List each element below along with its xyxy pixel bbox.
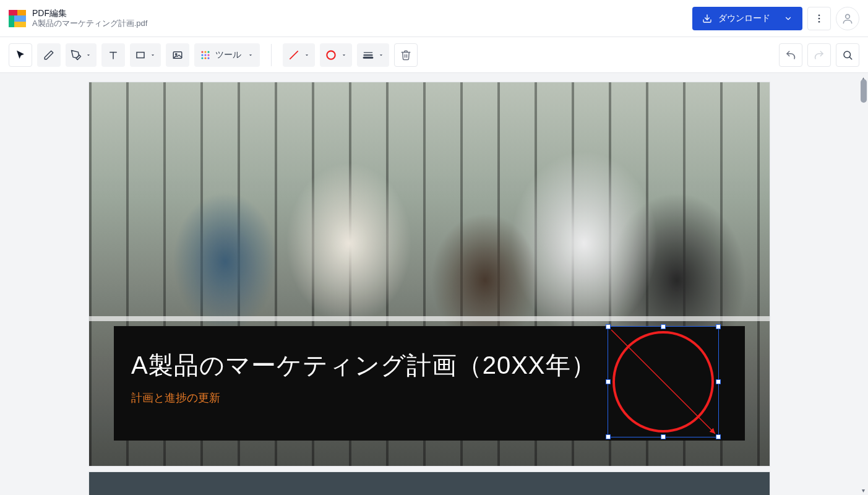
tools-grid-icon bbox=[200, 50, 210, 60]
svg-point-9 bbox=[846, 14, 850, 19]
download-button[interactable]: ダウンロード bbox=[692, 7, 802, 30]
canvas-area: A製品のマーケティング計画（20XX年） 計画と進捗の更新 bbox=[0, 73, 868, 495]
highlighter-tool-button[interactable] bbox=[66, 43, 97, 67]
svg-point-7 bbox=[819, 17, 820, 19]
pdf-page-1[interactable]: A製品のマーケティング計画（20XX年） 計画と進捗の更新 bbox=[89, 82, 770, 466]
svg-rect-1 bbox=[17, 10, 26, 15]
tools-menu-button[interactable]: ツール bbox=[194, 43, 260, 67]
svg-point-6 bbox=[819, 14, 820, 16]
chevron-down-icon bbox=[784, 14, 793, 23]
chevron-down-icon bbox=[304, 52, 310, 58]
chevron-down-icon bbox=[150, 52, 156, 58]
vertical-scrollbar[interactable]: ▴ ▾ bbox=[858, 73, 868, 495]
svg-line-30 bbox=[849, 57, 851, 59]
image-tool-button[interactable] bbox=[166, 43, 189, 67]
redo-icon bbox=[814, 50, 825, 61]
download-icon bbox=[702, 14, 712, 24]
redo-button[interactable] bbox=[807, 43, 831, 67]
svg-point-22 bbox=[204, 57, 206, 59]
svg-rect-2 bbox=[9, 15, 14, 27]
document-viewport[interactable]: A製品のマーケティング計画（20XX年） 計画と進捗の更新 bbox=[0, 73, 858, 495]
circle-outline-icon bbox=[325, 49, 337, 61]
svg-point-21 bbox=[201, 57, 203, 59]
delete-button[interactable] bbox=[394, 43, 418, 67]
svg-point-25 bbox=[327, 51, 335, 59]
resize-handle-sw[interactable] bbox=[606, 434, 611, 439]
text-tool-button[interactable] bbox=[101, 43, 125, 67]
svg-rect-12 bbox=[137, 52, 144, 58]
undo-button[interactable] bbox=[779, 43, 802, 67]
rectangle-icon bbox=[135, 50, 146, 61]
scrollbar-thumb[interactable] bbox=[861, 79, 867, 103]
svg-point-23 bbox=[207, 57, 209, 59]
select-tool-button[interactable] bbox=[9, 43, 32, 67]
editor-toolbar: ツール bbox=[0, 37, 868, 73]
trash-icon bbox=[400, 50, 411, 61]
svg-point-15 bbox=[201, 51, 203, 53]
highlighter-icon bbox=[71, 50, 82, 61]
chevron-down-icon bbox=[247, 52, 254, 58]
resize-handle-e[interactable] bbox=[716, 379, 721, 384]
document-title: A製品のマーケティング計画（20XX年） bbox=[131, 348, 596, 382]
app-title: PDF編集 bbox=[32, 8, 147, 19]
svg-line-24 bbox=[290, 51, 298, 59]
document-subtitle: 計画と進捗の更新 bbox=[131, 390, 220, 405]
svg-rect-4 bbox=[14, 22, 26, 27]
resize-handle-nw[interactable] bbox=[606, 324, 611, 329]
svg-point-16 bbox=[204, 51, 206, 53]
resize-handle-s[interactable] bbox=[661, 434, 666, 439]
text-icon bbox=[108, 50, 119, 61]
resize-handle-n[interactable] bbox=[661, 324, 666, 329]
pdf-page-2[interactable] bbox=[89, 472, 770, 495]
pen-icon bbox=[43, 50, 54, 61]
user-icon bbox=[841, 12, 854, 25]
chevron-down-icon bbox=[85, 52, 92, 58]
svg-rect-0 bbox=[9, 10, 17, 15]
svg-point-14 bbox=[176, 53, 177, 54]
chevron-down-icon bbox=[341, 52, 347, 58]
line-weight-button[interactable] bbox=[357, 43, 389, 67]
chevron-down-icon bbox=[378, 52, 384, 58]
pen-tool-button[interactable] bbox=[37, 43, 61, 67]
tools-menu-label: ツール bbox=[215, 50, 241, 61]
resize-handle-se[interactable] bbox=[716, 434, 721, 439]
line-style-button[interactable] bbox=[283, 43, 315, 67]
account-button[interactable] bbox=[836, 7, 859, 30]
circle-style-button[interactable] bbox=[320, 43, 352, 67]
svg-point-19 bbox=[204, 54, 206, 56]
more-options-button[interactable] bbox=[807, 7, 831, 30]
undo-icon bbox=[785, 50, 796, 61]
resize-handle-w[interactable] bbox=[606, 379, 611, 384]
file-name: A製品のマーケティング計画.pdf bbox=[32, 19, 147, 28]
app-logo bbox=[9, 10, 26, 27]
image-icon bbox=[172, 50, 183, 61]
list-lines-icon bbox=[362, 49, 374, 61]
svg-point-20 bbox=[207, 54, 209, 56]
svg-point-18 bbox=[201, 54, 203, 56]
search-button[interactable] bbox=[836, 43, 859, 67]
svg-point-17 bbox=[207, 51, 209, 53]
select-cursor-icon bbox=[15, 50, 26, 61]
svg-point-8 bbox=[819, 20, 820, 22]
scroll-down-arrow[interactable]: ▾ bbox=[858, 485, 868, 495]
more-vertical-icon bbox=[814, 13, 825, 24]
download-label: ダウンロード bbox=[718, 13, 770, 24]
shape-tool-button[interactable] bbox=[130, 43, 161, 67]
annotation-selection-box[interactable] bbox=[608, 326, 719, 437]
svg-rect-3 bbox=[14, 15, 26, 22]
title-block: PDF編集 A製品のマーケティング計画.pdf bbox=[32, 8, 147, 29]
resize-handle-ne[interactable] bbox=[716, 324, 721, 329]
app-header: PDF編集 A製品のマーケティング計画.pdf ダウンロード bbox=[0, 0, 868, 37]
toolbar-separator bbox=[271, 44, 272, 66]
svg-point-29 bbox=[844, 51, 851, 58]
search-icon bbox=[842, 50, 853, 61]
line-diagonal-icon bbox=[288, 49, 300, 61]
